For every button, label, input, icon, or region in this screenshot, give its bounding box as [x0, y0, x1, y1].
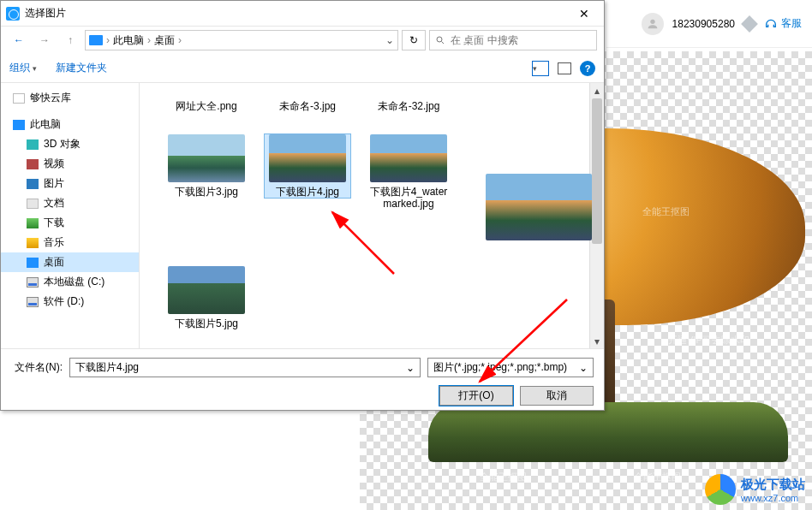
chevron-down-icon[interactable]: ⌄	[406, 362, 415, 374]
filetype-value: 图片(*.jpg;*.jpeg;*.png;*.bmp)	[433, 360, 567, 375]
scroll-down-arrow[interactable]: ▾	[590, 334, 604, 348]
preview-pane-button[interactable]	[558, 62, 571, 74]
folder-icon	[27, 139, 39, 150]
folder-icon	[13, 93, 25, 104]
open-button[interactable]: 打开(O)	[439, 386, 513, 406]
file-name: 未命名-32.jpg	[366, 100, 451, 112]
file-thumbnail	[486, 174, 592, 240]
sidebar-item-label: 此电脑	[30, 117, 61, 132]
app-header: 18230905280 客服	[606, 0, 812, 48]
filename-label: 文件名(N):	[11, 360, 63, 375]
organize-menu[interactable]: 组织	[9, 61, 37, 75]
folder-icon	[27, 218, 39, 228]
avatar[interactable]	[642, 13, 664, 35]
file-name: 下载图片4.jpg	[265, 186, 350, 198]
folder-icon	[27, 258, 39, 268]
nav-row: ← → ↑ › 此电脑 › 桌面 › ⌄ ↻ 在 桌面 中搜索	[1, 27, 604, 54]
logo-icon	[705, 474, 736, 505]
sidebar-item-label: 够快云库	[30, 91, 71, 105]
file-name: 下载图片3.jpg	[164, 186, 249, 198]
folder-icon	[27, 179, 39, 189]
sidebar-item[interactable]: 此电脑	[1, 115, 139, 134]
nav-up-button[interactable]: ↑	[59, 30, 81, 50]
sidebar: 够快云库此电脑3D 对象视频图片文档下载音乐桌面本地磁盘 (C:)软件 (D:)	[1, 83, 140, 348]
file-thumbnail	[370, 134, 447, 182]
sidebar-item[interactable]: 音乐	[1, 233, 139, 252]
file-item[interactable]: 未命名-3.jpg	[265, 97, 350, 112]
folder-icon	[27, 277, 39, 288]
file-name: 下载图片5.jpg	[164, 317, 249, 329]
help-button[interactable]: ?	[580, 61, 595, 76]
sidebar-item[interactable]: 够快云库	[1, 88, 139, 108]
folder-icon	[27, 297, 39, 307]
nav-forward-button[interactable]: →	[33, 30, 56, 50]
sidebar-item-label: 本地磁盘 (C:)	[44, 275, 104, 289]
sidebar-item-label: 音乐	[44, 235, 64, 250]
close-button[interactable]: ✕	[570, 3, 599, 24]
sidebar-item[interactable]: 3D 对象	[1, 134, 139, 154]
filetype-select[interactable]: 图片(*.jpg;*.jpeg;*.png;*.bmp) ⌄	[427, 358, 594, 377]
file-item[interactable]: 下载图片5.jpg	[164, 266, 249, 329]
sidebar-item[interactable]: 桌面	[1, 252, 139, 272]
support-label: 客服	[781, 16, 802, 31]
file-item[interactable]	[484, 174, 594, 240]
logo-url: www.xz7.com	[741, 493, 805, 503]
vip-diamond-icon[interactable]	[741, 15, 758, 33]
sidebar-item-label: 桌面	[44, 255, 64, 270]
search-icon	[435, 35, 445, 45]
file-name: 下载图片4_watermarked.jpg	[366, 186, 451, 210]
file-item[interactable]: 下载图片3.jpg	[164, 134, 249, 198]
watermark-text: 开通VIP可去除水印	[668, 334, 749, 347]
chevron-right-icon: ›	[106, 34, 110, 46]
file-thumbnail	[168, 266, 245, 314]
refresh-button[interactable]: ↻	[402, 30, 426, 50]
dialog-title: 选择图片	[25, 6, 570, 21]
folder-icon	[27, 238, 39, 248]
address-dropdown[interactable]: ⌄	[385, 34, 394, 46]
site-logo: 极光下载站 www.xz7.com	[705, 474, 805, 505]
sidebar-item[interactable]: 文档	[1, 193, 139, 213]
nav-back-button[interactable]: ←	[8, 30, 30, 50]
sidebar-item[interactable]: 本地磁盘 (C:)	[1, 272, 139, 292]
open-file-dialog: 选择图片 ✕ ← → ↑ › 此电脑 › 桌面 › ⌄ ↻ 在 桌面 中搜索 组…	[0, 0, 605, 411]
scroll-up-arrow[interactable]: ▴	[590, 83, 604, 98]
sidebar-item[interactable]: 下载	[1, 213, 139, 233]
crumb-folder[interactable]: 桌面	[154, 33, 175, 48]
file-name: 网址大全.png	[164, 100, 249, 112]
file-item[interactable]: 下载图片4.jpg	[265, 134, 350, 198]
sidebar-item-label: 3D 对象	[44, 137, 81, 151]
files-pane[interactable]: ▴ ▾ 网址大全.png未命名-3.jpg未命名-32.jpg下载图片3.jpg…	[140, 83, 604, 348]
new-folder-button[interactable]: 新建文件夹	[56, 61, 107, 75]
app-icon	[6, 7, 20, 21]
file-thumbnail	[168, 134, 245, 182]
sidebar-item-label: 图片	[44, 176, 64, 191]
watermark-text: 全能王抠图	[634, 471, 681, 483]
chevron-down-icon[interactable]: ⌄	[579, 362, 588, 374]
chevron-right-icon: ›	[178, 34, 182, 46]
file-item[interactable]: 网址大全.png	[164, 97, 249, 112]
filename-input[interactable]: 下载图片4.jpg ⌄	[69, 358, 421, 377]
customer-service-link[interactable]: 客服	[764, 16, 802, 31]
user-phone[interactable]: 18230905280	[672, 18, 735, 30]
crumb-root[interactable]: 此电脑	[113, 33, 144, 48]
cancel-button[interactable]: 取消	[520, 386, 594, 406]
view-mode-button[interactable]	[532, 61, 549, 76]
address-bar[interactable]: › 此电脑 › 桌面 › ⌄	[85, 30, 398, 50]
sidebar-item[interactable]: 视频	[1, 154, 139, 174]
sidebar-item[interactable]: 软件 (D:)	[1, 292, 139, 311]
titlebar: 选择图片 ✕	[1, 1, 604, 27]
svg-line-2	[442, 42, 445, 44]
headset-icon	[764, 17, 778, 31]
pc-icon	[89, 35, 103, 45]
file-item[interactable]: 未命名-32.jpg	[366, 97, 451, 112]
search-input[interactable]: 在 桌面 中搜索	[429, 30, 597, 50]
toolbar: 组织 新建文件夹 ?	[1, 54, 604, 83]
chevron-right-icon: ›	[147, 34, 151, 46]
search-placeholder: 在 桌面 中搜索	[451, 33, 518, 48]
sidebar-item[interactable]: 图片	[1, 174, 139, 193]
dialog-footer: 文件名(N): 下载图片4.jpg ⌄ 图片(*.jpg;*.jpeg;*.pn…	[1, 348, 604, 412]
svg-point-0	[650, 19, 654, 23]
file-item[interactable]: 下载图片4_watermarked.jpg	[366, 134, 451, 210]
sidebar-item-label: 文档	[44, 196, 64, 211]
folder-icon	[13, 120, 25, 130]
